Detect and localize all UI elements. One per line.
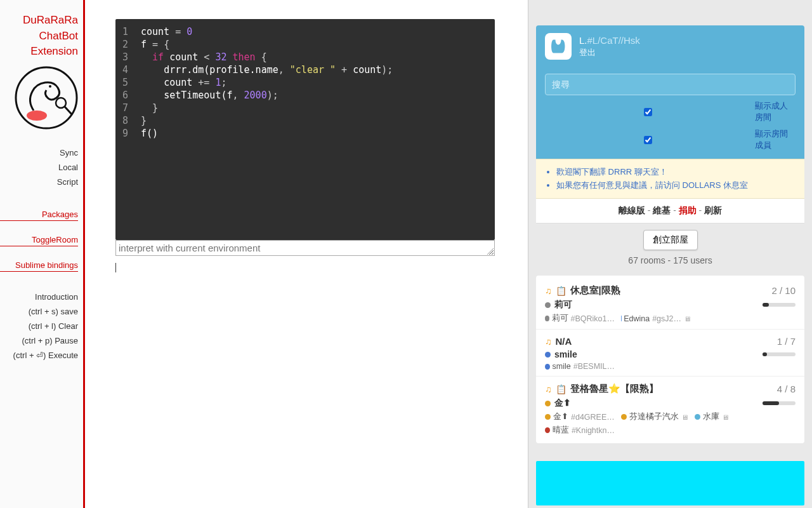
desktop-icon: 🖥 [722,413,729,421]
nav-sync[interactable]: Sync [0,145,78,160]
line-number: 7 [115,102,134,114]
code-text[interactable]: setTimeout(f, 2000); [134,89,278,102]
code-line[interactable]: 8} [115,114,495,127]
filter-adult-label: 顯示成人房間 [755,100,796,123]
code-text[interactable]: count += 1; [134,76,226,89]
line-number: 2 [115,38,134,51]
profile-name-tag: #L/CaT//Hsk [587,35,640,46]
title-line: DuRaRaRa [0,13,78,29]
search-input[interactable] [545,74,796,95]
room-host: smile [545,349,796,359]
code-text[interactable]: f = { [134,38,169,51]
notice-line-2[interactable]: 如果您有任何意見與建議，請访问 DOLLARS 休息室 [556,180,796,191]
clipboard-icon: 📋 [556,384,566,394]
code-line[interactable]: 9f() [115,127,495,140]
profile-bar: L.#L/CaT//Hsk 登出 [536,25,804,67]
main: 1count = 02f = {3 if count < 32 then {4 … [85,0,528,508]
filter-members[interactable]: 顯示房間成員 [545,128,796,151]
line-number: 9 [115,127,134,140]
filter-adult-checkbox[interactable] [545,108,751,116]
room-member[interactable]: 金⬆#d4GREE… [545,411,615,422]
section-packages[interactable]: Packages [0,207,78,221]
sidebar: DuRaRaRa ChatBot Extension Sync Local Sc… [0,0,85,508]
code-line[interactable]: 5 count += 1; [115,76,495,89]
room-count: 1 / 7 [777,336,796,347]
status-line [115,262,502,275]
section-toggleroom[interactable]: ToggleRoom [0,232,78,246]
notice-line-1[interactable]: 歡迎閣下翻譯 DRRR 聊天室！ [556,166,796,178]
nav-list: Sync Local Script [0,145,78,189]
profile-name-main: L. [579,35,587,46]
clipboard-icon: 📋 [556,286,566,296]
room-title: ♫📋登格魯星⭐【限熟】 [545,383,658,395]
hint-intro[interactable]: Introduction [0,290,78,304]
member-tag: #d4GREE… [571,413,615,422]
room-list: ♫📋休息室|限熟2 / 10莉可莉可#BQRiko1…Edwina#gsJ2…🖥… [536,276,804,443]
host-name: 莉可 [554,299,572,311]
room-progress-inner [763,401,779,405]
room-title-text: 休息室|限熟 [570,284,620,297]
room-item[interactable]: ♫📋登格魯星⭐【限熟】4 / 8金⬆金⬆#d4GREE…芬達橘子汽水🖥水庫🖥晴蓝… [536,377,804,441]
svg-point-4 [49,85,51,88]
code-text[interactable]: f() [134,127,158,140]
footer-banner[interactable] [536,461,804,505]
code-line[interactable]: 6 setTimeout(f, 2000); [115,89,495,102]
member-dot-icon [545,316,549,321]
member-tag: #BQRiko1… [571,314,615,323]
room-progress-inner [763,352,767,356]
room-progress [763,352,796,356]
room-item[interactable]: ♫📋休息室|限熟2 / 10莉可莉可#BQRiko1…Edwina#gsJ2…🖥 [536,278,804,330]
svg-line-3 [65,107,72,114]
room-member[interactable]: Edwina#gsJ2…🖥 [621,313,691,324]
resize-handle-icon[interactable] [487,248,494,255]
code-text[interactable]: } [134,102,158,114]
line-number: 8 [115,114,134,127]
link-wiki[interactable]: 維基 [653,205,671,215]
host-name: 金⬆ [554,398,571,409]
hint-save: (ctrl + s) save [0,304,78,319]
code-line[interactable]: 2f = { [115,38,495,51]
filter-adult[interactable]: 顯示成人房間 [545,100,796,123]
code-editor[interactable]: 1count = 02f = {3 if count < 32 then {4 … [115,19,495,240]
title-line: Extension [0,44,78,60]
code-text[interactable]: if count < 32 then { [134,51,267,64]
code-line[interactable]: 3 if count < 32 then { [115,51,495,64]
link-refresh[interactable]: 刷新 [704,205,722,215]
link-donate[interactable]: 捐助 [679,205,697,215]
code-line[interactable]: 4 drrr.dm(profile.name, "clear " + count… [115,64,495,76]
room-title: ♫📋休息室|限熟 [545,284,620,297]
nav-script[interactable]: Script [0,175,78,189]
room-title-text: 登格魯星⭐【限熟】 [570,383,658,395]
sep: - [648,205,653,215]
interpret-input[interactable] [116,241,494,255]
room-member[interactable]: 莉可#BQRiko1… [545,313,615,324]
interpret-box[interactable] [115,240,495,256]
avatar[interactable] [545,33,572,60]
logout-link[interactable]: 登出 [579,47,640,58]
code-line[interactable]: 7 } [115,102,495,114]
filter-members-checkbox[interactable] [545,136,751,144]
room-member[interactable]: 芬達橘子汽水🖥 [621,411,688,422]
code-line[interactable]: 1count = 0 [115,25,495,38]
member-tag: #gsJ2… [652,314,681,323]
room-member[interactable]: 水庫🖥 [695,411,729,422]
code-text[interactable]: } [134,114,147,127]
link-offline[interactable]: 離線版 [619,205,645,215]
nav-local[interactable]: Local [0,160,78,175]
profile-name: L.#L/CaT//Hsk [579,35,640,46]
line-number: 1 [115,25,134,38]
member-name: 芬達橘子汽水 [629,411,679,422]
section-sublime-bindings[interactable]: Sublime bindings [0,258,78,272]
create-room-button[interactable]: 創立部屋 [643,230,698,250]
room-member[interactable]: smile#BESMIL… [545,362,615,371]
line-number: 3 [115,51,134,64]
code-text[interactable]: drrr.dm(profile.name, "clear " + count); [134,64,393,76]
room-member[interactable]: 晴蓝#Knightkn… [545,425,615,436]
svg-line-5 [487,248,494,255]
room-members: 莉可#BQRiko1…Edwina#gsJ2…🖥 [545,313,796,324]
room-create-bar: 創立部屋 67 rooms - 175 users [536,224,804,268]
code-text[interactable]: count = 0 [134,25,192,38]
room-progress [763,303,796,307]
chat-panel[interactable]: L.#L/CaT//Hsk 登出 顯示成人房間 顯示房間成員 歡迎閣下翻譯 DR… [528,0,812,508]
room-item[interactable]: ♫N/A1 / 7smilesmile#BESMIL… [536,330,804,377]
